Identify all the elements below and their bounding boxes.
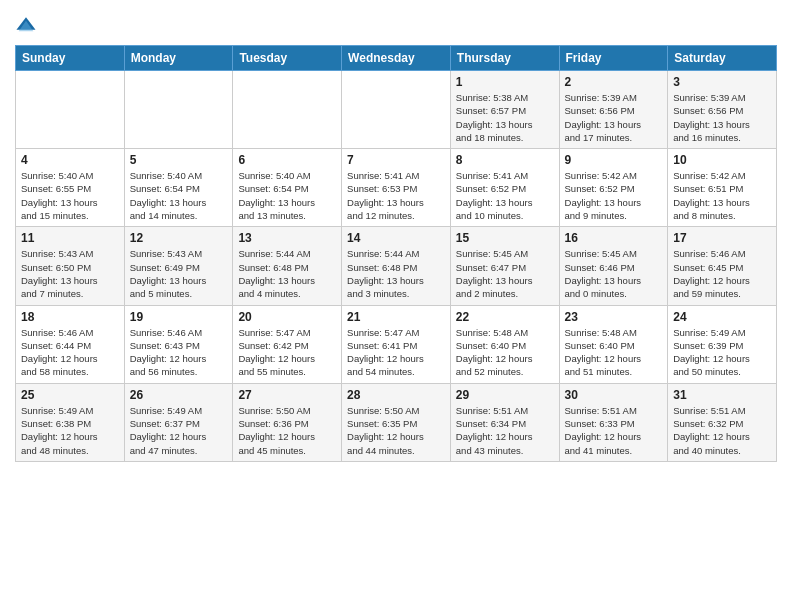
calendar-cell: 13Sunrise: 5:44 AM Sunset: 6:48 PM Dayli… xyxy=(233,227,342,305)
day-number: 2 xyxy=(565,75,663,89)
day-info: Sunrise: 5:43 AM Sunset: 6:50 PM Dayligh… xyxy=(21,247,119,300)
logo xyxy=(15,15,39,37)
day-number: 28 xyxy=(347,388,445,402)
calendar-cell: 30Sunrise: 5:51 AM Sunset: 6:33 PM Dayli… xyxy=(559,383,668,461)
calendar-cell xyxy=(16,71,125,149)
calendar-cell: 3Sunrise: 5:39 AM Sunset: 6:56 PM Daylig… xyxy=(668,71,777,149)
calendar-cell: 6Sunrise: 5:40 AM Sunset: 6:54 PM Daylig… xyxy=(233,149,342,227)
day-info: Sunrise: 5:41 AM Sunset: 6:53 PM Dayligh… xyxy=(347,169,445,222)
day-info: Sunrise: 5:45 AM Sunset: 6:47 PM Dayligh… xyxy=(456,247,554,300)
day-info: Sunrise: 5:51 AM Sunset: 6:33 PM Dayligh… xyxy=(565,404,663,457)
day-number: 20 xyxy=(238,310,336,324)
calendar-week-2: 4Sunrise: 5:40 AM Sunset: 6:55 PM Daylig… xyxy=(16,149,777,227)
day-number: 5 xyxy=(130,153,228,167)
calendar-cell: 14Sunrise: 5:44 AM Sunset: 6:48 PM Dayli… xyxy=(342,227,451,305)
calendar-cell: 18Sunrise: 5:46 AM Sunset: 6:44 PM Dayli… xyxy=(16,305,125,383)
day-number: 21 xyxy=(347,310,445,324)
day-info: Sunrise: 5:46 AM Sunset: 6:43 PM Dayligh… xyxy=(130,326,228,379)
calendar-cell: 11Sunrise: 5:43 AM Sunset: 6:50 PM Dayli… xyxy=(16,227,125,305)
calendar-cell: 29Sunrise: 5:51 AM Sunset: 6:34 PM Dayli… xyxy=(450,383,559,461)
day-number: 29 xyxy=(456,388,554,402)
day-number: 6 xyxy=(238,153,336,167)
calendar-cell: 26Sunrise: 5:49 AM Sunset: 6:37 PM Dayli… xyxy=(124,383,233,461)
calendar-cell xyxy=(124,71,233,149)
calendar-cell: 23Sunrise: 5:48 AM Sunset: 6:40 PM Dayli… xyxy=(559,305,668,383)
calendar-cell: 2Sunrise: 5:39 AM Sunset: 6:56 PM Daylig… xyxy=(559,71,668,149)
weekday-header-thursday: Thursday xyxy=(450,46,559,71)
day-info: Sunrise: 5:47 AM Sunset: 6:42 PM Dayligh… xyxy=(238,326,336,379)
day-number: 10 xyxy=(673,153,771,167)
calendar-cell: 5Sunrise: 5:40 AM Sunset: 6:54 PM Daylig… xyxy=(124,149,233,227)
weekday-header-monday: Monday xyxy=(124,46,233,71)
calendar-cell: 1Sunrise: 5:38 AM Sunset: 6:57 PM Daylig… xyxy=(450,71,559,149)
day-info: Sunrise: 5:44 AM Sunset: 6:48 PM Dayligh… xyxy=(347,247,445,300)
day-number: 27 xyxy=(238,388,336,402)
day-info: Sunrise: 5:41 AM Sunset: 6:52 PM Dayligh… xyxy=(456,169,554,222)
calendar-cell: 31Sunrise: 5:51 AM Sunset: 6:32 PM Dayli… xyxy=(668,383,777,461)
logo-icon xyxy=(15,15,37,37)
weekday-header-friday: Friday xyxy=(559,46,668,71)
day-info: Sunrise: 5:50 AM Sunset: 6:36 PM Dayligh… xyxy=(238,404,336,457)
weekday-header-saturday: Saturday xyxy=(668,46,777,71)
calendar-cell: 21Sunrise: 5:47 AM Sunset: 6:41 PM Dayli… xyxy=(342,305,451,383)
day-info: Sunrise: 5:42 AM Sunset: 6:51 PM Dayligh… xyxy=(673,169,771,222)
day-number: 18 xyxy=(21,310,119,324)
day-number: 14 xyxy=(347,231,445,245)
calendar-cell: 10Sunrise: 5:42 AM Sunset: 6:51 PM Dayli… xyxy=(668,149,777,227)
calendar-cell: 9Sunrise: 5:42 AM Sunset: 6:52 PM Daylig… xyxy=(559,149,668,227)
day-number: 16 xyxy=(565,231,663,245)
calendar-cell: 19Sunrise: 5:46 AM Sunset: 6:43 PM Dayli… xyxy=(124,305,233,383)
day-number: 1 xyxy=(456,75,554,89)
day-number: 15 xyxy=(456,231,554,245)
calendar-cell: 7Sunrise: 5:41 AM Sunset: 6:53 PM Daylig… xyxy=(342,149,451,227)
day-number: 26 xyxy=(130,388,228,402)
calendar-body: 1Sunrise: 5:38 AM Sunset: 6:57 PM Daylig… xyxy=(16,71,777,462)
day-number: 13 xyxy=(238,231,336,245)
day-info: Sunrise: 5:49 AM Sunset: 6:37 PM Dayligh… xyxy=(130,404,228,457)
calendar-week-3: 11Sunrise: 5:43 AM Sunset: 6:50 PM Dayli… xyxy=(16,227,777,305)
calendar-header: SundayMondayTuesdayWednesdayThursdayFrid… xyxy=(16,46,777,71)
calendar-cell: 16Sunrise: 5:45 AM Sunset: 6:46 PM Dayli… xyxy=(559,227,668,305)
day-info: Sunrise: 5:46 AM Sunset: 6:44 PM Dayligh… xyxy=(21,326,119,379)
day-info: Sunrise: 5:44 AM Sunset: 6:48 PM Dayligh… xyxy=(238,247,336,300)
day-number: 22 xyxy=(456,310,554,324)
day-number: 7 xyxy=(347,153,445,167)
weekday-header-sunday: Sunday xyxy=(16,46,125,71)
day-info: Sunrise: 5:47 AM Sunset: 6:41 PM Dayligh… xyxy=(347,326,445,379)
day-info: Sunrise: 5:43 AM Sunset: 6:49 PM Dayligh… xyxy=(130,247,228,300)
calendar-cell: 8Sunrise: 5:41 AM Sunset: 6:52 PM Daylig… xyxy=(450,149,559,227)
day-number: 9 xyxy=(565,153,663,167)
day-info: Sunrise: 5:40 AM Sunset: 6:54 PM Dayligh… xyxy=(238,169,336,222)
day-info: Sunrise: 5:46 AM Sunset: 6:45 PM Dayligh… xyxy=(673,247,771,300)
calendar-table: SundayMondayTuesdayWednesdayThursdayFrid… xyxy=(15,45,777,462)
calendar-cell: 24Sunrise: 5:49 AM Sunset: 6:39 PM Dayli… xyxy=(668,305,777,383)
calendar-week-5: 25Sunrise: 5:49 AM Sunset: 6:38 PM Dayli… xyxy=(16,383,777,461)
day-info: Sunrise: 5:49 AM Sunset: 6:39 PM Dayligh… xyxy=(673,326,771,379)
calendar-cell: 15Sunrise: 5:45 AM Sunset: 6:47 PM Dayli… xyxy=(450,227,559,305)
calendar-week-4: 18Sunrise: 5:46 AM Sunset: 6:44 PM Dayli… xyxy=(16,305,777,383)
day-number: 25 xyxy=(21,388,119,402)
page-header xyxy=(15,10,777,37)
weekday-header-row: SundayMondayTuesdayWednesdayThursdayFrid… xyxy=(16,46,777,71)
day-info: Sunrise: 5:39 AM Sunset: 6:56 PM Dayligh… xyxy=(565,91,663,144)
day-number: 23 xyxy=(565,310,663,324)
day-number: 11 xyxy=(21,231,119,245)
day-info: Sunrise: 5:48 AM Sunset: 6:40 PM Dayligh… xyxy=(565,326,663,379)
calendar-cell: 27Sunrise: 5:50 AM Sunset: 6:36 PM Dayli… xyxy=(233,383,342,461)
calendar-cell: 25Sunrise: 5:49 AM Sunset: 6:38 PM Dayli… xyxy=(16,383,125,461)
calendar-cell: 20Sunrise: 5:47 AM Sunset: 6:42 PM Dayli… xyxy=(233,305,342,383)
day-number: 24 xyxy=(673,310,771,324)
day-number: 17 xyxy=(673,231,771,245)
day-number: 3 xyxy=(673,75,771,89)
day-number: 12 xyxy=(130,231,228,245)
day-number: 30 xyxy=(565,388,663,402)
day-number: 8 xyxy=(456,153,554,167)
day-number: 19 xyxy=(130,310,228,324)
weekday-header-wednesday: Wednesday xyxy=(342,46,451,71)
day-info: Sunrise: 5:50 AM Sunset: 6:35 PM Dayligh… xyxy=(347,404,445,457)
day-info: Sunrise: 5:51 AM Sunset: 6:34 PM Dayligh… xyxy=(456,404,554,457)
calendar-cell: 12Sunrise: 5:43 AM Sunset: 6:49 PM Dayli… xyxy=(124,227,233,305)
day-info: Sunrise: 5:45 AM Sunset: 6:46 PM Dayligh… xyxy=(565,247,663,300)
calendar-cell xyxy=(233,71,342,149)
day-info: Sunrise: 5:38 AM Sunset: 6:57 PM Dayligh… xyxy=(456,91,554,144)
